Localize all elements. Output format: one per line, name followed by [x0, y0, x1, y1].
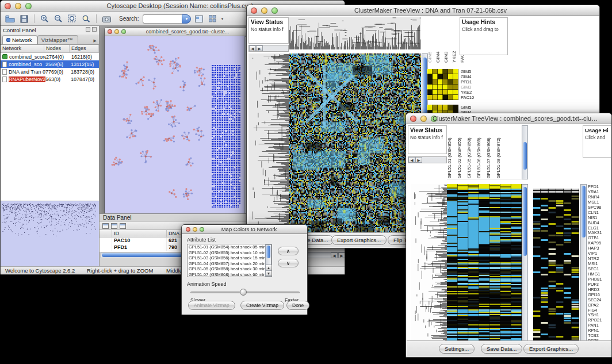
gene-label[interactable]: PAN1: [588, 323, 611, 328]
scroll-right-icon[interactable]: ▶: [338, 252, 345, 258]
frame-zoom-icon[interactable]: [121, 29, 126, 34]
gene-label[interactable]: HRD3: [588, 287, 611, 292]
tv2-heatmap-vscroll[interactable]: [522, 184, 528, 348]
tab-network[interactable]: Network: [2, 35, 37, 44]
tv2-heatmap[interactable]: [447, 184, 522, 348]
gene-label[interactable]: TCB3: [588, 333, 611, 338]
network-canvas[interactable]: [105, 36, 244, 214]
close-panel-icon[interactable]: [92, 27, 97, 32]
tv2-export-graphics-button[interactable]: Export Graphics...: [523, 344, 579, 354]
gene-label[interactable]: CPA2: [588, 302, 611, 308]
gene-label[interactable]: GIM5: [461, 69, 501, 74]
open-icon[interactable]: [4, 13, 16, 25]
gene-label[interactable]: GIM5: [461, 105, 501, 110]
search-dropdown-icon[interactable]: ▼: [182, 14, 191, 24]
tv2-genelist-vscroll-thumb[interactable]: [582, 186, 586, 237]
zoom-fit-icon[interactable]: [66, 13, 78, 25]
grid-icon[interactable]: [206, 13, 219, 25]
minimize-icon[interactable]: [261, 7, 267, 14]
treeview1-titlebar[interactable]: ClusterMaker TreeView : DNA and Tran 07-…: [247, 5, 599, 16]
gene-label[interactable]: PFD1: [588, 184, 611, 189]
gene-label[interactable]: ELG1: [588, 225, 611, 231]
zoom-selected-icon[interactable]: [80, 13, 92, 25]
tv2-row-dendrogram[interactable]: [411, 184, 447, 348]
gene-label[interactable]: CLN1: [588, 210, 611, 215]
move-down-button[interactable]: ∨: [278, 259, 299, 267]
close-icon[interactable]: [251, 7, 257, 14]
slider-thumb[interactable]: [240, 289, 247, 296]
scroll-left-icon[interactable]: ◀: [249, 45, 256, 51]
tv2-genelist-vscroll[interactable]: [580, 184, 587, 348]
attribute-delete-icon[interactable]: [120, 223, 126, 229]
gene-label[interactable]: PAC10: [461, 95, 501, 100]
gene-label[interactable]: SEC1: [588, 266, 611, 271]
attribute-list-item[interactable]: GPL51-05 (GSM858) heat shock 30 min: [188, 266, 265, 272]
animate-vizmap-button[interactable]: Animate Vizmap: [188, 301, 235, 310]
gene-label[interactable]: SEC24: [588, 297, 611, 302]
gene-label[interactable]: GIM4: [461, 74, 501, 79]
network-frame-titlebar[interactable]: combined_scores_good.txt--cluste...: [105, 28, 251, 36]
gene-label[interactable]: BUD4: [588, 220, 611, 225]
tab-vizmapper[interactable]: VizMapper™: [37, 35, 78, 44]
overview-icon[interactable]: [193, 13, 205, 25]
gene-label[interactable]: MAK31: [588, 230, 611, 235]
gene-label[interactable]: MSL1: [588, 200, 611, 205]
search-input[interactable]: [143, 14, 182, 24]
scroll-right-icon[interactable]: ▶: [415, 157, 422, 163]
tv1-heatmap[interactable]: [289, 53, 421, 233]
scroll-up-icon[interactable]: ▲: [265, 265, 272, 270]
gene-label[interactable]: GIM3: [461, 85, 501, 90]
birdseye-canvas[interactable]: [2, 202, 96, 265]
done-button[interactable]: Done: [286, 301, 309, 310]
minimize-icon[interactable]: [420, 116, 427, 122]
search-combobox[interactable]: ▼: [143, 14, 191, 24]
tv1-row-dendrogram[interactable]: [248, 53, 289, 233]
gene-label[interactable]: MSI1: [588, 261, 611, 266]
tv2-save-data-button[interactable]: Save Data...: [481, 344, 522, 354]
gene-label[interactable]: PFD1: [461, 79, 501, 85]
attribute-list-vscroll-thumb[interactable]: [266, 246, 270, 258]
network-view[interactable]: [105, 36, 251, 214]
row-icon-column[interactable]: [100, 230, 112, 237]
birdseye-view[interactable]: [1, 201, 99, 266]
attribute-list-item[interactable]: GPL51-02 (GSM855) heat shock 10 min: [188, 250, 265, 256]
gene-label[interactable]: SPC98: [588, 205, 611, 210]
create-vizmap-button[interactable]: Create Vizmap: [240, 301, 284, 310]
gene-label[interactable]: RPO21: [588, 317, 611, 323]
gene-label[interactable]: GTB1: [588, 235, 611, 240]
float-panel-icon[interactable]: [86, 27, 90, 32]
tv1-dendro-hscroll[interactable]: ◀ ▶: [248, 45, 289, 52]
attribute-list-item[interactable]: GPL51-03 (GSM856) heat shock 15 min: [188, 255, 265, 261]
scroll-left-icon[interactable]: ◀: [331, 252, 338, 258]
gene-label[interactable]: RNR4: [588, 194, 611, 200]
gene-label[interactable]: RPN1: [588, 328, 611, 333]
gene-label[interactable]: HAP3: [588, 246, 611, 251]
tv2-heatmap-vscroll-thumb[interactable]: [523, 187, 527, 256]
gene-label[interactable]: NIS1: [588, 215, 611, 220]
gene-label[interactable]: GPI16: [588, 292, 611, 297]
gene-label[interactable]: YRA1: [588, 189, 611, 194]
snapshot-icon[interactable]: [101, 13, 113, 25]
gene-label[interactable]: VIP1: [588, 251, 611, 256]
save-icon[interactable]: [18, 13, 30, 25]
attribute-select-icon[interactable]: [102, 223, 109, 229]
zoom-in-icon[interactable]: [39, 13, 51, 25]
minimize-icon[interactable]: [15, 3, 21, 9]
move-up-button[interactable]: ∧: [278, 247, 299, 255]
tv2-collabel-vscroll[interactable]: [522, 125, 528, 179]
treeview2-titlebar[interactable]: ClusterMaker TreeView : combined_scores_…: [406, 113, 611, 124]
toolbar-caret-icon[interactable]: ▼: [220, 17, 224, 21]
tv1-correlation-matrix[interactable]: [427, 69, 458, 100]
minimize-icon[interactable]: [193, 227, 197, 232]
tv2-secondary-heatmap[interactable]: [533, 189, 579, 348]
gene-label[interactable]: NTR2: [588, 256, 611, 261]
gene-label[interactable]: HMG1: [588, 271, 611, 277]
attribute-list-item[interactable]: GPL51-07 (GSM868) heat shock 60 min: [188, 272, 265, 277]
tv2-dendro-hscroll[interactable]: ◀ ▶: [408, 156, 447, 163]
tv1-export-graphics-button[interactable]: Export Graphics...: [331, 235, 387, 245]
network-list-row[interactable]: combined_scores 2764(0) 16218(0): [1, 53, 99, 60]
close-icon[interactable]: [410, 116, 416, 122]
gene-label[interactable]: KAP95: [588, 240, 611, 246]
gene-label[interactable]: PHO81: [588, 277, 611, 282]
zoom-out-icon[interactable]: [52, 13, 64, 25]
